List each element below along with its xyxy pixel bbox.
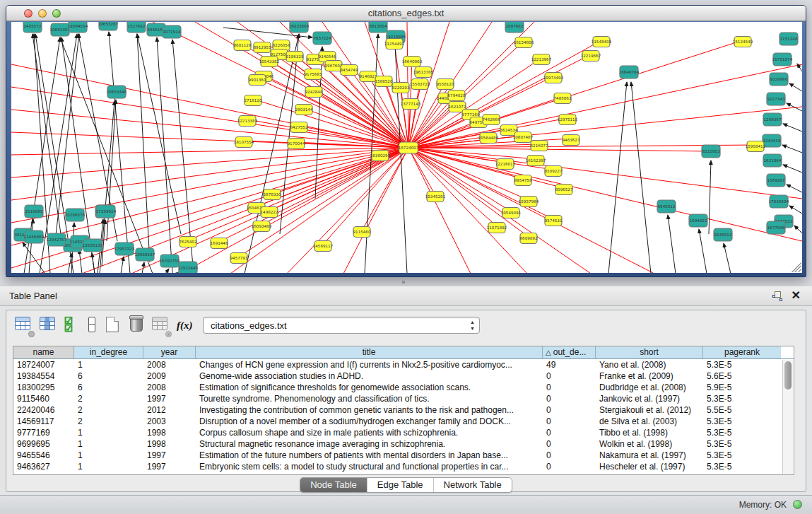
graph-node[interactable]: 8454749 — [341, 65, 358, 76]
graph-node[interactable]: 2718120 — [245, 95, 262, 106]
graph-node[interactable]: 9329966 — [770, 73, 788, 86]
panel-splitter-handle[interactable] — [401, 280, 408, 284]
window-titlebar[interactable]: citations_edges.txt — [6, 6, 806, 21]
graph-node[interactable]: 7857224 — [313, 32, 331, 45]
graph-node[interactable]: 10807487 — [513, 132, 534, 143]
graph-node[interactable]: 16093489 — [252, 221, 272, 232]
graph-node[interactable]: 1569297 — [767, 174, 785, 187]
graph-node[interactable]: 17016504 — [769, 195, 789, 208]
graph-node[interactable]: 9227343 — [767, 93, 785, 105]
graph-node[interactable]: 9463627 — [563, 135, 580, 146]
graph-node[interactable]: 14569117 — [313, 241, 334, 252]
tab-edge-table[interactable]: Edge Table — [367, 478, 434, 492]
graph-node[interactable]: 2405572 — [23, 22, 42, 33]
merge-rows-icon[interactable] — [84, 317, 102, 335]
graph-node[interactable]: 8096527 — [555, 185, 573, 195]
citation-graph[interactable]: 2405572208914061938455410653287152760284… — [11, 22, 802, 273]
graph-node[interactable]: 18300295 — [370, 151, 391, 161]
graph-node[interactable]: 16154808 — [514, 37, 534, 48]
graph-node[interactable]: 1621064 — [763, 154, 782, 167]
graph-node[interactable]: 6794028 — [448, 90, 466, 101]
graph-node[interactable]: 20564486 — [478, 133, 499, 144]
graph-node[interactable]: 2087682 — [505, 22, 524, 33]
graph-node[interactable]: 10973493 — [543, 73, 564, 83]
table-row[interactable]: 1830029562008Estimation of significance … — [13, 382, 794, 393]
table-row[interactable]: 946362711997Embryonic stem cells: a mode… — [13, 461, 794, 472]
graph-node[interactable]: 9242848 — [305, 87, 323, 98]
graph-node[interactable]: 13777143 — [401, 99, 421, 110]
table-row[interactable]: 1938455462009Genome-wide association stu… — [13, 370, 794, 382]
graph-node[interactable]: 8215953 — [702, 145, 720, 158]
graph-node[interactable]: 12219667 — [581, 51, 601, 62]
graph-node[interactable]: 9901360 — [249, 75, 266, 86]
delete-table-icon[interactable]: x — [152, 317, 170, 335]
graph-node[interactable]: 15124549 — [733, 37, 753, 47]
graph-node[interactable]: 1209387 — [763, 113, 782, 126]
graph-node[interactable]: 19384554 — [68, 22, 88, 33]
column-header-year[interactable]: year — [143, 346, 196, 358]
graph-node[interactable]: 9115460 — [353, 227, 371, 238]
table-row[interactable]: 969969511998Structural magnetic resonanc… — [13, 438, 794, 450]
graph-node[interactable]: 9457791 — [230, 253, 248, 264]
column-header-title[interactable]: title — [196, 346, 543, 358]
function-builder-icon[interactable]: f(x) — [177, 317, 195, 335]
table-selector-dropdown[interactable]: citations_edges.txt ▲▼ — [203, 317, 480, 334]
column-header-in-degree[interactable]: in_degree — [74, 346, 143, 358]
graph-node[interactable]: 15958412 — [746, 141, 765, 152]
graph-node[interactable]: 19613785 — [413, 67, 434, 78]
table-mode-icon[interactable] — [15, 317, 33, 335]
graph-node[interactable]: 18724007 — [399, 142, 419, 153]
graph-node[interactable]: 20653346 — [107, 86, 127, 98]
graph-node[interactable]: 18107554 — [234, 137, 254, 148]
table-vertical-scrollbar[interactable] — [782, 360, 793, 474]
float-panel-icon[interactable] — [772, 291, 782, 301]
network-canvas[interactable]: 2405572208914061938455410653287152760284… — [11, 22, 802, 273]
table-row[interactable]: 1872400712008Changes of HCN gene express… — [13, 359, 794, 370]
tab-network-table[interactable]: Network Table — [434, 478, 512, 492]
table-row[interactable]: 1456911722003Disruption of a novel membe… — [13, 416, 794, 427]
graph-node[interactable]: 15345281 — [425, 192, 446, 202]
graph-node[interactable]: 12213967 — [531, 54, 552, 65]
graph-node[interactable]: 9175685 — [305, 69, 322, 80]
column-header-pagerank[interactable]: pagerank — [703, 346, 781, 358]
graph-node[interactable]: 1691448 — [211, 238, 228, 249]
tab-node-table[interactable]: Node Table — [300, 478, 367, 492]
graph-node[interactable]: 5878330 — [264, 189, 281, 200]
graph-node[interactable]: 11071892 — [487, 223, 507, 233]
graph-node[interactable]: 8509227 — [545, 166, 563, 177]
graph-node[interactable]: 11254491 — [384, 39, 405, 49]
graph-node[interactable]: 9245012 — [714, 228, 732, 241]
graph-node[interactable]: 8186328 — [286, 52, 304, 62]
new-column-icon[interactable] — [104, 317, 122, 335]
graph-node[interactable]: 12216017 — [495, 159, 516, 170]
graph-node[interactable]: 9558120 — [437, 79, 454, 90]
graph-node[interactable]: 15583721 — [410, 79, 430, 90]
graph-node[interactable]: 1588520 — [375, 76, 393, 87]
graph-node[interactable]: 9574531 — [545, 216, 563, 226]
graph-node[interactable]: 17957223 — [114, 243, 135, 255]
graph-node[interactable]: 8912955 — [254, 42, 271, 53]
graph-node[interactable]: 11548408 — [592, 37, 612, 47]
graph-node[interactable]: 8945012 — [657, 200, 676, 213]
graph-node[interactable]: 16782759 — [160, 255, 180, 267]
column-header-name[interactable]: name — [13, 346, 74, 358]
graph-node[interactable]: 12213383 — [237, 116, 258, 127]
graph-node[interactable]: 16640903 — [402, 57, 423, 67]
graph-node[interactable]: 1527602 — [127, 22, 146, 33]
column-header-out-degree[interactable]: △out_de... — [543, 346, 596, 358]
graph-node[interactable]: 6216077 — [531, 141, 548, 151]
graph-node[interactable]: 8813054 — [369, 22, 387, 33]
graph-node[interactable]: 12923446 — [178, 262, 199, 273]
graph-node[interactable]: 2803144 — [295, 105, 313, 115]
graph-node[interactable]: 11456869 — [24, 230, 45, 243]
graph-node[interactable]: 1498222 — [261, 207, 278, 218]
graph-node[interactable]: 10543382 — [259, 57, 279, 67]
select-columns-icon[interactable]: ☑☑ — [64, 317, 83, 335]
graph-node[interactable]: 1677048 — [767, 221, 785, 234]
graph-node[interactable]: 8954758 — [514, 175, 532, 186]
graph-node[interactable]: 16162397 — [526, 156, 546, 166]
column-header-short[interactable]: short — [596, 346, 703, 358]
graph-node[interactable]: 1151248 — [779, 33, 798, 45]
graph-node[interactable]: 13505135 — [83, 239, 103, 252]
table-row[interactable]: 911546021997Tourette syndrome. Phenomeno… — [13, 393, 794, 404]
